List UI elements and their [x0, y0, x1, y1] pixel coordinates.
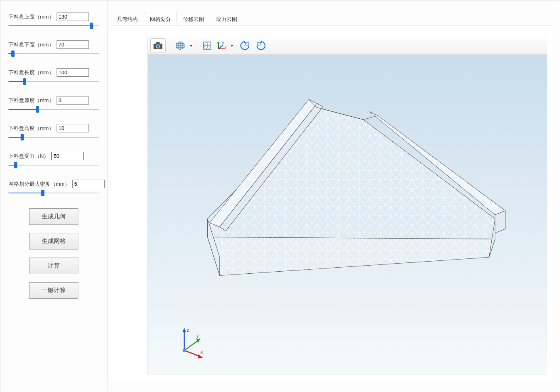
rotate-cw-button[interactable]: [253, 38, 268, 53]
param-input[interactable]: [57, 68, 89, 77]
zoom-extents-icon: [202, 41, 212, 50]
param-6: 网格划分最大密度（mm）: [8, 180, 99, 196]
app-window: 下料盘上宽（mm）下料盘下宽（mm）下料盘长度（mm）下料盘厚度（mm）下料盘高…: [0, 0, 559, 391]
param-slider[interactable]: [8, 162, 99, 168]
3d-viewport[interactable]: z y x: [147, 55, 547, 375]
axes-orientation-icon: z x y: [217, 41, 227, 50]
svg-marker-41: [198, 354, 203, 358]
svg-rect-21: [246, 42, 248, 45]
svg-marker-37: [183, 328, 186, 332]
generate-mesh-button[interactable]: 生成网格: [29, 233, 78, 249]
rotate-ccw-icon: [240, 41, 251, 50]
svg-rect-23: [257, 42, 260, 45]
svg-rect-3: [156, 42, 160, 44]
main-area: 几何结构网格划分位移云图应力云图: [107, 0, 559, 391]
tab-displacement[interactable]: 位移云图: [177, 13, 210, 25]
param-1: 下料盘下宽（mm）: [8, 40, 99, 57]
orientation-triad: z y x: [176, 326, 208, 358]
param-3: 下料盘厚度（mm）: [8, 96, 99, 113]
axis-y-label: y: [196, 333, 199, 339]
param-5: 下料盘受力（N）: [8, 152, 99, 168]
param-slider[interactable]: [8, 106, 99, 113]
param-label: 网格划分最大密度（mm）: [8, 180, 70, 188]
param-input[interactable]: [57, 96, 89, 105]
zoom-extents-button[interactable]: [200, 38, 215, 53]
svg-marker-35: [495, 211, 505, 233]
param-input[interactable]: [51, 152, 84, 160]
param-label: 下料盘上宽（mm）: [8, 13, 54, 21]
chevron-down-icon[interactable]: [230, 45, 234, 47]
svg-line-18: [219, 45, 223, 49]
svg-text:y: y: [222, 41, 224, 45]
svg-line-38: [184, 340, 198, 350]
param-slider[interactable]: [8, 190, 99, 196]
rotate-cw-icon: [255, 41, 266, 50]
viewer-frame: z x y: [111, 25, 553, 381]
camera-icon: [153, 42, 163, 50]
param-input[interactable]: [57, 40, 89, 49]
param-0: 下料盘上宽（mm）: [8, 13, 99, 29]
tab-stress[interactable]: 应力云图: [210, 13, 243, 25]
param-label: 下料盘厚度（mm）: [8, 97, 54, 104]
rotate-ccw-button[interactable]: [238, 38, 253, 53]
compute-button[interactable]: 计算: [29, 258, 78, 274]
param-slider[interactable]: [8, 23, 99, 29]
param-2: 下料盘长度（mm）: [8, 68, 99, 85]
param-slider[interactable]: [8, 78, 99, 85]
axis-z-label: z: [187, 327, 189, 333]
param-slider[interactable]: [8, 50, 99, 57]
param-label: 下料盘高度（mm）: [8, 125, 54, 132]
one-click-compute-button[interactable]: 一键计算: [29, 282, 78, 299]
action-button-column: 生成几何 生成网格 计算 一键计算: [8, 208, 99, 299]
axes-orientation-button[interactable]: z x y: [215, 38, 229, 53]
param-input[interactable]: [72, 180, 105, 188]
view-tabs: 几何结构网格划分位移云图应力云图: [111, 13, 559, 25]
param-label: 下料盘长度（mm）: [8, 69, 54, 76]
snapshot-button[interactable]: [150, 38, 166, 53]
axis-x-label: x: [200, 349, 203, 355]
param-slider[interactable]: [8, 134, 99, 140]
chevron-down-icon[interactable]: [189, 45, 193, 47]
toolbar-separator: [196, 40, 196, 51]
param-label: 下料盘受力（N）: [8, 153, 49, 160]
svg-point-42: [183, 349, 186, 352]
svg-point-2: [157, 45, 159, 48]
param-input[interactable]: [57, 13, 89, 21]
parameter-sidebar: 下料盘上宽（mm）下料盘下宽（mm）下料盘长度（mm）下料盘厚度（mm）下料盘高…: [0, 0, 107, 391]
generate-geometry-button[interactable]: 生成几何: [29, 208, 78, 225]
toolbar-separator: [169, 40, 169, 51]
cube-view-icon: [175, 41, 185, 50]
param-input[interactable]: [57, 124, 89, 132]
viewer-toolbar: z x y: [147, 37, 547, 55]
param-4: 下料盘高度（mm）: [8, 124, 99, 140]
svg-marker-27: [208, 237, 495, 275]
view-cube-button[interactable]: [173, 38, 188, 53]
svg-text:z: z: [217, 41, 218, 45]
svg-line-40: [184, 350, 200, 356]
param-label: 下料盘下宽（mm）: [8, 41, 54, 48]
tab-mesh[interactable]: 网格划分: [144, 13, 177, 25]
tab-geometry[interactable]: 几何结构: [111, 13, 144, 25]
svg-marker-39: [196, 338, 200, 343]
svg-text:x: x: [225, 45, 226, 49]
